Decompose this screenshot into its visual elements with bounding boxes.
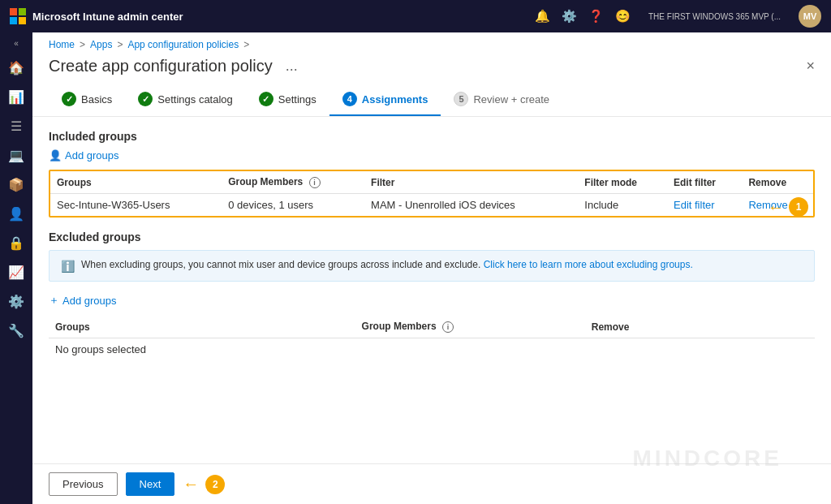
step-settings-icon: ✓: [259, 92, 273, 106]
topbar-left: Microsoft Intune admin center: [10, 8, 183, 24]
step-assignments-label: Assignments: [362, 93, 428, 106]
breadcrumb-apps[interactable]: Apps: [90, 39, 112, 50]
col-groups: Groups: [50, 171, 222, 194]
user-label: THE FIRST WINDOWS 365 MVP (...: [648, 12, 781, 21]
step-settings-catalog-icon: ✓: [138, 92, 153, 106]
callout-1: 1: [789, 197, 808, 217]
add-included-groups-icon: 👤: [49, 149, 62, 162]
sidebar-icon-home[interactable]: 🏠: [2, 54, 31, 80]
page-title: Create app configuration policy: [49, 57, 273, 75]
close-button[interactable]: ×: [806, 58, 815, 75]
bell-icon[interactable]: 🔔: [535, 9, 550, 24]
sidebar-icon-apps[interactable]: 📦: [2, 171, 31, 197]
sidebar-icon-list[interactable]: ☰: [2, 113, 31, 139]
callout-2: 2: [205, 475, 225, 494]
callout-1-arrow-icon: ←: [768, 198, 784, 217]
step-assignments-icon: 4: [342, 92, 357, 106]
add-excluded-groups-link[interactable]: ＋ Add groups: [49, 293, 815, 308]
svg-rect-1: [19, 8, 26, 15]
sidebar-icon-tools[interactable]: 🔧: [2, 317, 31, 343]
previous-button[interactable]: Previous: [49, 472, 118, 496]
svg-rect-3: [19, 17, 26, 24]
add-included-groups-label: Add groups: [65, 149, 119, 162]
sidebar-icon-settings[interactable]: ⚙️: [2, 288, 31, 314]
main-panel: Home > Apps > App configuration policies…: [32, 32, 831, 504]
step-settings-label: Settings: [278, 93, 316, 106]
excluded-groups-table: Groups Group Members i Remove No groups …: [49, 316, 815, 360]
exclusion-info-box: ℹ️ When excluding groups, you cannot mix…: [49, 250, 815, 282]
callout-1-container: ← 1: [768, 197, 808, 217]
col-filter: Filter: [364, 171, 578, 194]
info-icon: ℹ️: [61, 260, 75, 273]
step-review-label: Review + create: [473, 93, 549, 106]
info-text: When excluding groups, you cannot mix us…: [81, 259, 693, 270]
sidebar: « 🏠 📊 ☰ 💻 📦 👤 🔒 📈 ⚙️ 🔧: [0, 32, 32, 504]
footer: Previous Next ← 2: [32, 463, 831, 504]
wizard-steps: ✓ Basics ✓ Settings catalog ✓ Settings 4…: [32, 85, 831, 117]
content-area: Included groups 👤 Add groups Groups: [32, 117, 831, 463]
sidebar-collapse-icon[interactable]: «: [14, 39, 19, 48]
included-groups-section: Included groups 👤 Add groups Groups: [49, 130, 815, 218]
step-assignments[interactable]: 4 Assignments: [329, 85, 441, 116]
more-options-icon[interactable]: ...: [286, 58, 298, 75]
cell-group-name: Sec-Intune-W365-Users: [50, 194, 222, 217]
cell-filter: MAM - Unenrolled iOS devices: [364, 194, 578, 217]
excl-group-members-info-icon[interactable]: i: [442, 321, 454, 333]
sidebar-icon-dashboard[interactable]: 📊: [2, 84, 31, 110]
no-groups-row: No groups selected: [49, 338, 815, 361]
topbar: Microsoft Intune admin center 🔔 ⚙️ ❓ 😊 T…: [0, 0, 831, 32]
breadcrumb-app-config[interactable]: App configuration policies: [127, 39, 239, 50]
col-edit-filter: Edit filter: [667, 171, 742, 194]
sidebar-icon-users[interactable]: 👤: [2, 200, 31, 226]
help-icon[interactable]: ❓: [588, 9, 604, 24]
col-group-members: Group Members i: [222, 171, 364, 194]
excl-col-remove: Remove: [585, 316, 815, 338]
avatar: MV: [799, 5, 821, 28]
next-arrow-icon: ←: [183, 475, 199, 493]
excl-col-groups: Groups: [49, 316, 355, 338]
sidebar-icon-devices[interactable]: 💻: [2, 142, 31, 168]
step-basics-label: Basics: [81, 93, 112, 106]
topbar-brand: Microsoft Intune admin center: [32, 11, 183, 23]
breadcrumb-sep2: >: [117, 39, 123, 50]
sidebar-icon-reports[interactable]: 📈: [2, 259, 31, 285]
add-excluded-icon: ＋: [49, 293, 59, 308]
cell-members: 0 devices, 1 users: [222, 194, 364, 217]
step-settings[interactable]: ✓ Settings: [246, 85, 329, 116]
edit-filter-link[interactable]: Edit filter: [674, 199, 715, 211]
no-groups-text: No groups selected: [49, 338, 815, 361]
col-remove: Remove: [742, 171, 813, 194]
breadcrumb-sep1: >: [80, 39, 85, 50]
group-members-info-icon[interactable]: i: [309, 177, 321, 188]
excl-col-members: Group Members i: [355, 316, 585, 338]
breadcrumb-sep3: >: [243, 39, 249, 50]
breadcrumb-home[interactable]: Home: [49, 39, 75, 50]
step-basics-icon: ✓: [62, 92, 76, 106]
step-settings-catalog-label: Settings catalog: [157, 93, 233, 106]
col-filter-mode: Filter mode: [578, 171, 667, 194]
breadcrumb: Home > Apps > App configuration policies…: [32, 32, 831, 54]
feedback-icon[interactable]: 😊: [615, 9, 631, 24]
included-groups-title: Included groups: [49, 130, 815, 143]
svg-rect-2: [10, 17, 17, 24]
excluded-groups-section: Excluded groups ℹ️ When excluding groups…: [49, 230, 815, 360]
add-excluded-label: Add groups: [62, 295, 117, 307]
step-review[interactable]: 5 Review + create: [441, 85, 562, 116]
excluded-groups-title: Excluded groups: [49, 230, 815, 243]
next-button[interactable]: Next: [126, 472, 175, 496]
included-groups-table-wrapper: Groups Group Members i Filter Filter mod…: [49, 170, 815, 218]
step-review-icon: 5: [454, 92, 468, 106]
add-included-groups-link[interactable]: 👤 Add groups: [49, 149, 815, 162]
cell-filter-mode: Include: [578, 194, 667, 217]
step-settings-catalog[interactable]: ✓ Settings catalog: [125, 85, 246, 116]
step-basics[interactable]: ✓ Basics: [49, 85, 125, 116]
learn-more-link[interactable]: Click here to learn more about excluding…: [484, 259, 693, 270]
settings-icon[interactable]: ⚙️: [562, 9, 577, 24]
page-header: Create app configuration policy ... ×: [32, 54, 831, 85]
sidebar-icon-security[interactable]: 🔒: [2, 230, 31, 256]
microsoft-logo-icon: [10, 8, 26, 24]
included-groups-table: Groups Group Members i Filter Filter mod…: [50, 171, 813, 216]
cell-edit-filter[interactable]: Edit filter: [667, 194, 742, 217]
svg-rect-0: [10, 8, 17, 15]
table-row: Sec-Intune-W365-Users 0 devices, 1 users…: [50, 194, 813, 217]
